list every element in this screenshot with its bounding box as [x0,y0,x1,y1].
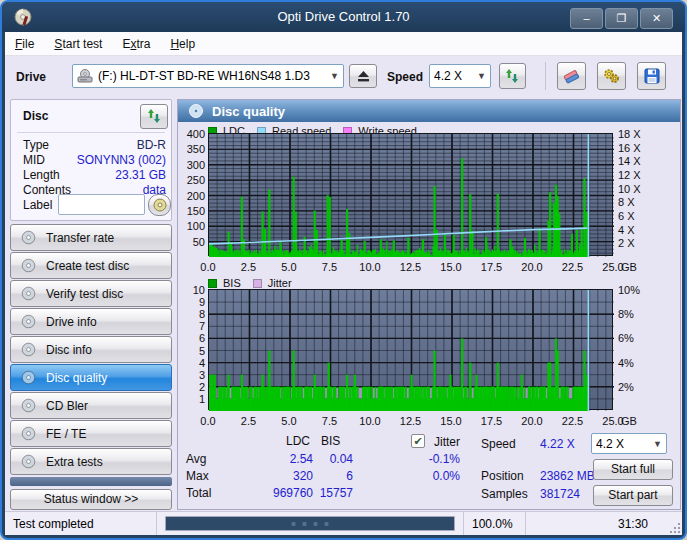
eject-icon [357,70,370,82]
position-value: 23862 MB [540,469,595,483]
col-jitter: Jitter [434,435,460,449]
samples-label: Samples [481,487,528,501]
legend-label: BIS [223,277,241,289]
x-tick: 0.0 [200,261,215,273]
x-tick: 7.5 [322,261,337,273]
close-button[interactable]: ✕ [640,8,673,29]
samples-value: 381724 [540,487,580,501]
erase-disc-button[interactable] [557,62,586,90]
y-right-tick: 16 X [618,142,641,154]
y-left-tick: 7 [178,320,205,332]
disc-icon [21,454,36,469]
stat-jitter-value: -0.1% [400,452,460,466]
resize-grip[interactable] [668,521,680,533]
progress-percent: 100.0% [464,512,526,535]
start-full-button[interactable]: Start full [593,459,673,480]
sidebar-item-cd-bler[interactable]: CD Bler [10,392,172,419]
x-tick: 15.0 [440,261,461,273]
start-part-button[interactable]: Start part [593,485,673,506]
refresh-speeds-button[interactable] [499,63,526,89]
ldc-chart-svg [209,134,614,257]
eraser-icon [563,69,580,84]
sidebar-item-disc-quality[interactable]: Disc quality [10,364,172,391]
speed-select[interactable]: 4.2 X ▼ [429,64,491,88]
sidebar-item-create-test-disc[interactable]: Create test disc [10,252,172,279]
stat-row-label: Total [186,486,211,500]
minimize-button[interactable]: – [570,8,603,29]
label-read-button[interactable] [148,194,171,216]
x-tick: 12.5 [400,415,421,427]
y-left-tick: 400 [178,128,205,140]
disc-panel-title: Disc [23,109,48,123]
ldc-chart-plot [208,133,613,256]
col-ldc: LDC [286,434,310,448]
tools-button[interactable] [597,62,626,90]
stat-row-label: Max [186,469,209,483]
sidebar-item-fe-te[interactable]: FE / TE [10,420,172,447]
legend-label: Jitter [268,277,292,289]
menu-extra[interactable]: Extra [112,32,160,55]
y-right-tick: 6 X [618,210,635,222]
x-unit: GB [621,261,637,273]
x-tick: 5.0 [281,415,296,427]
disc-icon [21,370,36,385]
test-speed-select[interactable]: 4.2 X ▼ [591,433,667,454]
speed-stat-value: 4.22 X [540,437,575,451]
drive-select[interactable]: (F:) HL-DT-ST BD-RE WH16NS48 1.D3 ▼ [72,64,344,88]
menu-start-test[interactable]: Start test [44,32,112,55]
sidebar-item-extra-tests[interactable]: Extra tests [10,448,172,475]
chevron-down-icon: ▼ [653,439,662,449]
disc-icon [21,230,36,245]
elapsed-time: 31:30 [526,512,682,535]
menubar: FileStart testExtraHelp [5,32,682,56]
sidebar-item-transfer-rate[interactable]: Transfer rate [10,224,172,251]
y-right-tick: 10 X [618,183,641,195]
x-tick: 17.5 [481,415,502,427]
jitter-checkbox[interactable]: ✔ [411,434,425,448]
divider [17,132,165,133]
x-tick: 15.0 [440,415,461,427]
eject-button[interactable] [349,64,377,88]
y-left-tick: 150 [178,205,205,217]
app-window: Opti Drive Control 1.70 – ❐ ✕ FileStart … [0,0,687,540]
x-tick: 5.0 [281,261,296,273]
disc-icon [21,258,36,273]
speed-value: 4.2 X [434,69,462,83]
menu-help[interactable]: Help [160,32,205,55]
y-left-tick: 200 [178,190,205,202]
sidebar-item-drive-info[interactable]: Drive info [10,308,172,335]
rescan-disc-button[interactable] [140,104,168,129]
label-input[interactable] [58,194,145,215]
sidebar-item-disc-info[interactable]: Disc info [10,336,172,363]
disc-icon [21,342,36,357]
speed-stat-label: Speed [481,437,516,451]
maximize-button[interactable]: ❐ [605,8,638,29]
toolbar-separator [545,62,546,90]
y-left-tick: 4 [178,357,205,369]
drive-label: Drive [16,70,46,84]
disc-icon [21,426,36,441]
x-tick: 17.5 [481,261,502,273]
refresh-icon [147,109,162,124]
stat-jitter-value: 0.0% [400,469,460,483]
stat-row-label: Avg [186,452,206,466]
sidebar-item-verify-test-disc[interactable]: Verify test disc [10,280,172,307]
y-left-tick: 9 [178,296,205,308]
refresh-icon [505,69,520,84]
statusbar: Test completed 100.0% 31:30 [5,511,682,535]
drive-icon [77,69,93,83]
y-right-tick: 12 X [618,169,641,181]
y-left-tick: 2 [178,381,205,393]
disc-quality-panel: Disc quality LDC Read speed Write speed … [177,99,681,510]
disc-quality-icon [188,103,204,119]
y-left-tick: 10 [178,284,205,296]
client-area: Drive (F:) HL-DT-ST BD-RE WH16NS48 1.D3 … [5,56,682,511]
disc-info-panel: Disc Type BD-RMID SONYNN3 (002)Length 23… [10,99,172,221]
titlebar: Opti Drive Control 1.70 – ❐ ✕ [2,2,685,32]
menu-file[interactable]: File [5,32,44,55]
save-button[interactable] [637,62,666,90]
status-window-button[interactable]: Status window >> [10,489,172,510]
disc-row-value: 23.31 GB [11,168,166,182]
test-speed-value: 4.2 X [596,437,624,451]
x-tick: 10.0 [359,415,380,427]
